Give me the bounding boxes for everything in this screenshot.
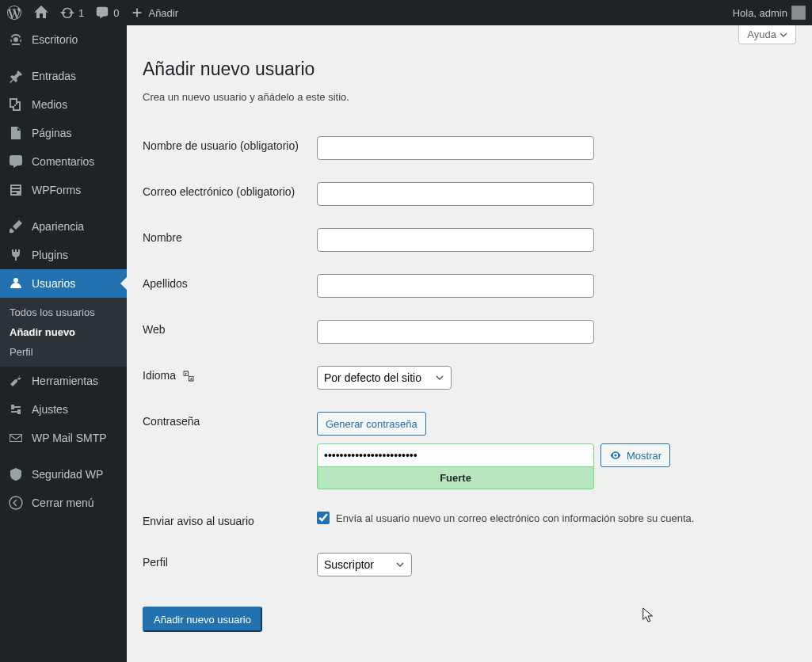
sidebar-item-security[interactable]: Seguridad WP — [0, 460, 127, 489]
sidebar-item-collapse[interactable]: Cerrar menú — [0, 489, 127, 517]
admin-bar: 1 0 Añadir Hola, admin — [0, 0, 812, 25]
avatar — [791, 6, 806, 20]
password-strength: Fuerte — [317, 467, 594, 489]
lastname-input[interactable] — [317, 274, 594, 298]
show-password-button[interactable]: Mostrar — [600, 443, 670, 467]
sidebar-subitem-all-users[interactable]: Todos los usuarios — [0, 302, 127, 322]
sidebar-item-wp-mail-smtp[interactable]: WP Mail SMTP — [0, 424, 127, 452]
update-icon — [60, 6, 74, 20]
lastname-label: Apellidos — [143, 263, 317, 309]
page-intro: Crea un nuevo usuario y añádelo a este s… — [143, 91, 796, 103]
eye-icon — [609, 449, 622, 462]
wordpress-icon — [6, 5, 22, 21]
role-select[interactable]: Suscriptor — [317, 553, 412, 576]
sidebar-item-users[interactable]: Usuarios — [0, 269, 127, 298]
notify-description: Envía al usuario nuevo un correo electró… — [336, 512, 694, 524]
sidebar-item-pages[interactable]: Páginas — [0, 119, 127, 147]
pin-icon — [8, 68, 24, 84]
svg-point-0 — [10, 496, 22, 509]
chevron-down-icon — [780, 31, 787, 39]
sidebar-item-plugins[interactable]: Plugins — [0, 241, 127, 269]
notify-label: Enviar aviso al usuario — [143, 500, 317, 542]
comments-link[interactable]: 0 — [95, 6, 119, 20]
url-label: Web — [143, 309, 317, 355]
submit-button[interactable]: Añadir nuevo usuario — [143, 607, 262, 632]
plus-icon — [130, 6, 144, 20]
email-label: Correo electrónico (obligatorio) — [143, 171, 317, 217]
sidebar-subitem-profile[interactable]: Perfil — [0, 342, 127, 362]
username-input[interactable] — [317, 136, 594, 160]
settings-icon — [8, 401, 24, 417]
users-icon — [8, 276, 24, 291]
sidebar-item-appearance[interactable]: Apariencia — [0, 212, 127, 241]
form-icon — [8, 182, 24, 198]
comment-icon — [8, 154, 24, 169]
page-icon — [8, 125, 24, 141]
url-input[interactable] — [317, 320, 594, 344]
media-icon — [8, 97, 24, 112]
tools-icon — [8, 373, 24, 389]
new-label: Añadir — [148, 7, 178, 19]
generate-password-button[interactable]: Generar contraseña — [317, 412, 426, 436]
page-title: Añadir nuevo usuario — [143, 44, 796, 83]
wp-logo-link[interactable] — [6, 5, 22, 21]
notify-checkbox[interactable] — [317, 512, 330, 524]
dashboard-icon — [8, 32, 24, 48]
password-label: Contraseña — [143, 401, 317, 500]
help-tab[interactable]: Ayuda — [738, 25, 796, 44]
sidebar-item-dashboard[interactable]: Escritorio — [0, 25, 127, 54]
shield-icon — [8, 466, 24, 482]
firstname-input[interactable] — [317, 228, 594, 252]
sidebar-item-tools[interactable]: Herramientas — [0, 367, 127, 395]
firstname-label: Nombre — [143, 217, 317, 263]
home-link[interactable] — [33, 5, 49, 21]
language-label: Idioma — [143, 355, 317, 401]
sidebar-submenu: Todos los usuarios Añadir nuevo Perfil — [0, 298, 127, 367]
my-account-link[interactable]: Hola, admin — [733, 6, 806, 20]
role-label: Perfil — [143, 542, 317, 588]
sidebar-item-media[interactable]: Medios — [0, 90, 127, 119]
email-input[interactable] — [317, 182, 594, 206]
username-label: Nombre de usuario (obligatorio) — [143, 125, 317, 171]
updates-count: 1 — [78, 7, 84, 19]
sidebar-item-posts[interactable]: Entradas — [0, 62, 127, 90]
sidebar-item-comments[interactable]: Comentarios — [0, 147, 127, 176]
collapse-icon — [8, 495, 24, 511]
sidebar-item-wpforms[interactable]: WPForms — [0, 176, 127, 204]
updates-link[interactable]: 1 — [60, 6, 84, 20]
language-select[interactable]: Por defecto del sitio — [317, 366, 452, 390]
plugin-icon — [8, 247, 24, 263]
comments-count: 0 — [113, 7, 119, 19]
greeting-text: Hola, admin — [733, 7, 787, 19]
home-icon — [33, 5, 49, 21]
comment-icon — [95, 6, 109, 20]
mail-icon — [8, 430, 24, 446]
brush-icon — [8, 219, 24, 234]
sidebar-subitem-add-new[interactable]: Añadir nuevo — [0, 322, 127, 342]
cursor-icon — [642, 607, 656, 624]
new-link[interactable]: Añadir — [130, 6, 178, 20]
translate-icon — [182, 370, 195, 382]
password-input[interactable] — [317, 443, 594, 467]
sidebar: Escritorio Entradas Medios Páginas Comen… — [0, 25, 127, 662]
sidebar-item-settings[interactable]: Ajustes — [0, 395, 127, 424]
user-form: Nombre de usuario (obligatorio) Correo e… — [143, 125, 796, 588]
